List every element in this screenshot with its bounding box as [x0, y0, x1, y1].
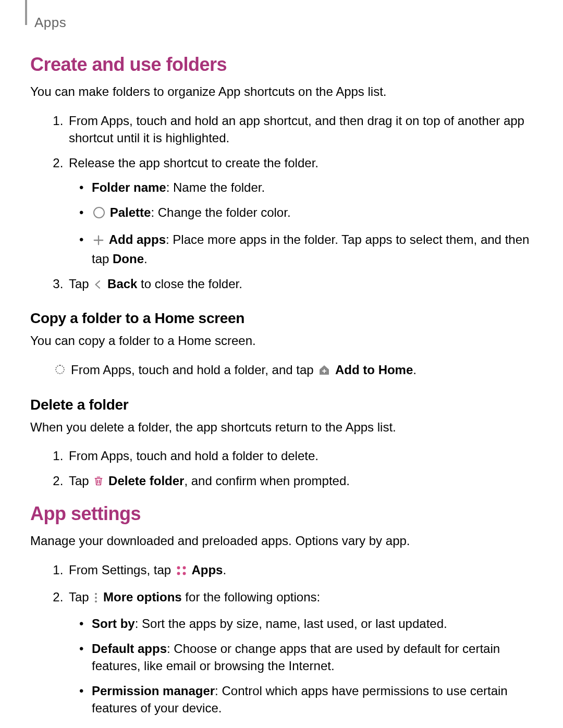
header-mark	[25, 0, 27, 25]
step-3: Tap Back to close the folder.	[67, 275, 533, 295]
svg-point-7	[95, 600, 97, 602]
heading-app-settings: App settings	[30, 503, 533, 525]
step-2: Release the app shortcut to create the f…	[67, 154, 533, 268]
back-icon	[93, 277, 103, 295]
add-home-icon	[318, 363, 331, 381]
intro-delete-folder: When you delete a folder, the app shortc…	[30, 418, 533, 436]
more-options-list: Sort by: Sort the apps by size, name, la…	[69, 615, 533, 728]
more-options-icon	[93, 590, 99, 608]
steps-delete-folder: From Apps, touch and hold a folder to de…	[30, 447, 533, 491]
apps-icon	[176, 563, 187, 581]
intro-copy-folder: You can copy a folder to a Home screen.	[30, 332, 533, 350]
breadcrumb: Apps	[34, 15, 533, 31]
sub-options: Folder name: Name the folder. Palette: C…	[69, 179, 533, 267]
svg-point-0	[94, 207, 104, 218]
option-palette: Palette: Change the folder color.	[79, 204, 533, 224]
intro-create-folders: You can make folders to organize App sho…	[30, 83, 533, 101]
copy-folder-item: From Apps, touch and hold a folder, and …	[55, 361, 533, 381]
steps-create-folders: From Apps, touch and hold an app shortcu…	[30, 112, 533, 295]
step-1: From Apps, touch and hold an app shortcu…	[67, 112, 533, 147]
heading-delete-folder: Delete a folder	[30, 397, 533, 413]
heading-create-folders: Create and use folders	[30, 54, 533, 76]
svg-point-3	[177, 572, 180, 575]
option-add-apps: Add apps: Place more apps in the folder.…	[79, 231, 533, 268]
palette-icon	[93, 206, 105, 224]
copy-folder-list: From Apps, touch and hold a folder, and …	[30, 361, 533, 381]
svg-point-2	[182, 566, 186, 569]
delete-step-1: From Apps, touch and hold a folder to de…	[67, 447, 533, 465]
plus-icon	[93, 233, 104, 251]
intro-app-settings: Manage your downloaded and preloaded app…	[30, 532, 533, 550]
svg-point-5	[95, 593, 97, 595]
settings-step-1: From Settings, tap Apps.	[67, 561, 533, 581]
option-folder-name: Folder name: Name the folder.	[79, 179, 533, 196]
svg-point-1	[177, 566, 180, 569]
delete-step-2: Tap Delete folder, and confirm when prom…	[67, 472, 533, 492]
trash-icon	[93, 474, 104, 492]
option-sort-by: Sort by: Sort the apps by size, name, la…	[79, 615, 533, 633]
svg-point-6	[95, 596, 97, 598]
option-default-apps: Default apps: Choose or change apps that…	[79, 640, 533, 675]
steps-app-settings: From Settings, tap Apps. Tap More option…	[30, 561, 533, 728]
option-permission-manager: Permission manager: Control which apps h…	[79, 682, 533, 717]
settings-step-2: Tap More options for the following optio…	[67, 588, 533, 729]
option-show-hide: Show/Hide system apps: Show or hide syst…	[79, 724, 533, 728]
heading-copy-folder: Copy a folder to a Home screen	[30, 310, 533, 327]
svg-point-4	[182, 572, 186, 575]
